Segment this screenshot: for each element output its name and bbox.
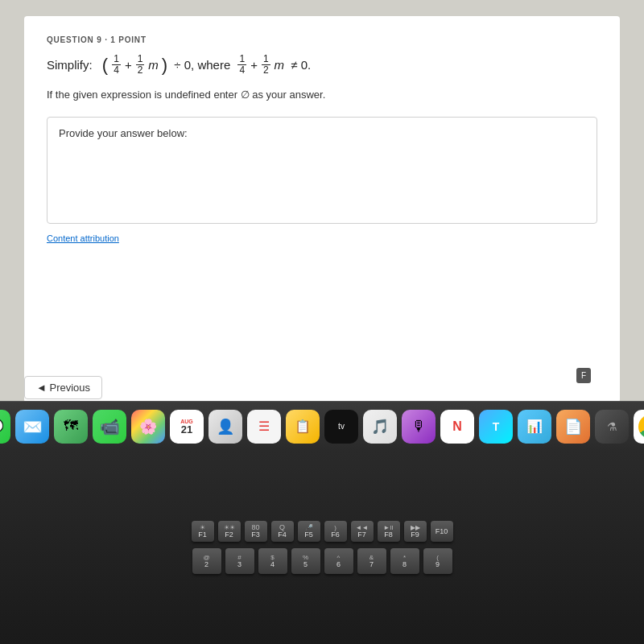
not-equal-zero: ≠ 0.: [287, 56, 311, 75]
answer-input[interactable]: [59, 146, 585, 210]
dock-news[interactable]: N: [440, 410, 474, 444]
screen: QUESTION 9 · 1 POINT Simplify: ( 1 4 + 1…: [0, 0, 644, 411]
key-f2[interactable]: ☀☀ F2: [218, 521, 241, 542]
key-f5[interactable]: 🎤 F5: [298, 521, 320, 542]
dock-maps[interactable]: 🗺: [54, 410, 88, 444]
dock-reminders[interactable]: ☰: [247, 410, 281, 444]
dock-pages[interactable]: 📄: [556, 410, 590, 444]
key-f4[interactable]: Q F4: [271, 521, 294, 542]
fraction-half: 1 2: [136, 54, 145, 76]
fraction-half-2: 1 2: [262, 54, 270, 76]
m-var-2: m: [275, 56, 285, 75]
key-f1[interactable]: ☀ F1: [192, 521, 214, 542]
key-5[interactable]: % 5: [291, 548, 320, 574]
dock-messages[interactable]: 1 💬: [0, 410, 10, 444]
previous-button[interactable]: ◄ Previous: [24, 376, 102, 399]
facetime-icon: 📹: [100, 417, 120, 436]
instruments-icon: ⚗: [607, 420, 617, 433]
appletv-icon: tv: [338, 422, 345, 431]
dock-translate[interactable]: T: [479, 410, 513, 444]
music-icon: 🎵: [371, 418, 389, 436]
keyboard: ☀ F1 ☀☀ F2 80 F3 Q F4 🎤 F5 ) F6 ◄◄ F7 ►I…: [0, 451, 644, 644]
keyboard-number-row: @ 2 # 3 $ 4 % 5 ^ 6 & 7 * 8 ( 9: [192, 548, 452, 574]
undefined-note: If the given expression is undefined ent…: [47, 89, 597, 101]
plus-sign-1: +: [125, 56, 132, 75]
contacts-icon: 👤: [217, 418, 234, 436]
keyboard-fn-row: ☀ F1 ☀☀ F2 80 F3 Q F4 🎤 F5 ) F6 ◄◄ F7 ►I…: [192, 521, 453, 542]
question-label: QUESTION 9 · 1 POINT: [47, 35, 597, 44]
fraction-quarter: 1 4: [112, 54, 121, 76]
key-7[interactable]: & 7: [357, 548, 386, 574]
key-f8[interactable]: ►II F8: [378, 521, 400, 542]
open-paren: (: [102, 56, 108, 74]
numbers-icon: 📊: [526, 419, 543, 434]
chrome-icon: [638, 415, 644, 439]
key-f6[interactable]: ) F6: [324, 521, 347, 542]
dock-appletv[interactable]: tv: [324, 410, 358, 444]
dock-mail[interactable]: ✉️: [15, 410, 49, 444]
key-9[interactable]: ( 9: [423, 548, 452, 574]
mail-icon: ✉️: [23, 417, 43, 436]
dock-podcasts[interactable]: 🎙: [402, 410, 436, 444]
divide-zero: ÷ 0, where: [171, 56, 233, 75]
dock-facetime[interactable]: 📹: [93, 410, 126, 444]
plus-sign-2: +: [250, 56, 258, 75]
news-icon: N: [452, 419, 462, 434]
browser-content: QUESTION 9 · 1 POINT Simplify: ( 1 4 + 1…: [24, 16, 620, 402]
translate-icon: T: [493, 420, 500, 433]
calendar-day: 21: [180, 424, 193, 435]
simplify-label: Simplify:: [47, 56, 93, 75]
key-f9[interactable]: ▶▶ F9: [404, 521, 427, 542]
dock-contacts[interactable]: 👤: [208, 410, 242, 444]
dock-calendar[interactable]: AUG 21: [170, 410, 204, 444]
key-6[interactable]: ^ 6: [324, 548, 353, 574]
photos-icon: 🌸: [139, 418, 157, 436]
answer-label: Provide your answer below:: [59, 127, 585, 139]
key-8[interactable]: * 8: [390, 548, 419, 574]
content-attribution-link[interactable]: Content attribution: [47, 233, 597, 243]
key-2[interactable]: @ 2: [192, 548, 221, 574]
fraction-quarter-2: 1 4: [237, 54, 246, 76]
pages-icon: 📄: [564, 418, 582, 436]
dock: 1 💬 ✉️ 🗺 📹 🌸 AUG 21 👤 ☰ 📋 tv 🎵: [0, 401, 644, 451]
key-3[interactable]: # 3: [225, 548, 254, 574]
dock-chrome[interactable]: [634, 410, 644, 444]
dock-photos[interactable]: 🌸: [131, 410, 165, 444]
dock-instruments[interactable]: ⚗: [595, 410, 629, 444]
notes-icon: 📋: [295, 419, 311, 434]
podcasts-icon: 🎙: [411, 418, 426, 435]
m-var: m: [148, 56, 159, 75]
key-4[interactable]: $ 4: [258, 548, 287, 574]
answer-section: Provide your answer below:: [47, 117, 597, 224]
dock-numbers[interactable]: 📊: [518, 410, 551, 444]
dock-music[interactable]: 🎵: [363, 410, 397, 444]
dock-notes[interactable]: 📋: [286, 410, 320, 444]
close-paren: ): [162, 56, 167, 74]
question-text: Simplify: ( 1 4 + 1 2 m ) ÷ 0, where 1 4…: [47, 54, 597, 76]
flag-button[interactable]: F: [576, 368, 591, 383]
key-f3[interactable]: 80 F3: [245, 521, 267, 542]
maps-icon: 🗺: [64, 418, 78, 435]
reminders-icon: ☰: [258, 419, 270, 434]
key-f10[interactable]: F10: [431, 521, 453, 542]
key-f7[interactable]: ◄◄ F7: [351, 521, 374, 542]
calendar-display: AUG 21: [180, 419, 193, 435]
messages-icon: 💬: [0, 417, 4, 436]
